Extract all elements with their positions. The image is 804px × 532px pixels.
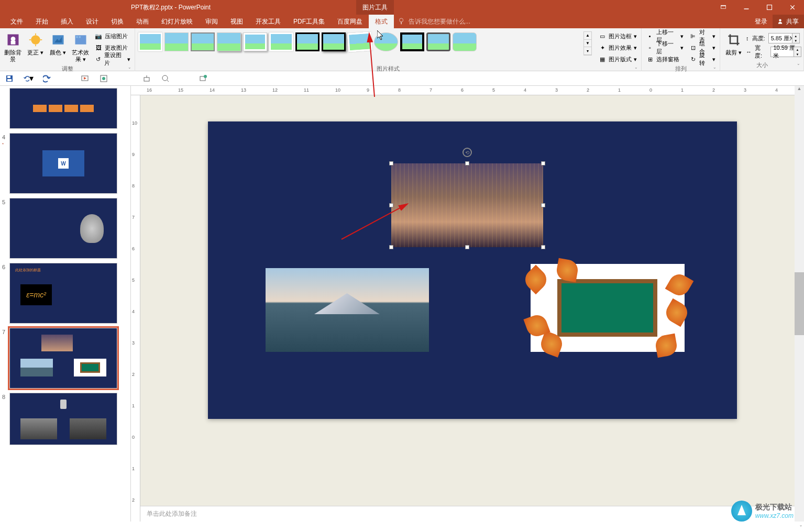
- rotate-button[interactable]: ↻旋转 ▾: [687, 53, 718, 65]
- crop-button[interactable]: 裁剪 ▾: [722, 29, 745, 56]
- color-button[interactable]: 颜色 ▾: [47, 29, 69, 56]
- slide-thumbnail-6[interactable]: 此处添加的标题 ε=mc²: [9, 263, 117, 324]
- save-button[interactable]: [4, 73, 15, 84]
- redo-button[interactable]: [42, 73, 52, 84]
- scroll-thumb[interactable]: [795, 272, 804, 335]
- tab-developer[interactable]: 开发工具: [249, 15, 287, 28]
- resize-handle-s[interactable]: [465, 245, 469, 249]
- gallery-scroll-down[interactable]: ▼: [584, 40, 591, 48]
- qat-button-3[interactable]: [160, 73, 171, 84]
- picture-effects-button[interactable]: ✦图片效果 ▾: [596, 42, 639, 53]
- picture-styles-gallery[interactable]: [137, 29, 582, 52]
- resize-handle-nw[interactable]: [389, 161, 393, 165]
- picture-style-item[interactable]: [374, 32, 398, 51]
- picture-style-item[interactable]: [164, 32, 189, 51]
- share-button[interactable]: 共享: [773, 15, 804, 28]
- maximize-button[interactable]: [758, 0, 781, 15]
- height-label: 高度:: [752, 35, 765, 42]
- image-chalkboard-leaves[interactable]: [531, 264, 685, 352]
- collapse-ribbon-button[interactable]: ˇ: [800, 525, 802, 531]
- tab-slideshow[interactable]: 幻灯片放映: [155, 15, 199, 28]
- resize-handle-se[interactable]: [541, 245, 545, 249]
- picture-style-item[interactable]: [453, 32, 477, 51]
- group-label-adjust: 调整: [2, 65, 133, 74]
- reset-picture-button[interactable]: ↺重设图片 ▾: [92, 53, 133, 65]
- slide-thumbnail-5[interactable]: [9, 198, 117, 259]
- picture-style-item[interactable]: [400, 32, 424, 51]
- resize-handle-ne[interactable]: [541, 161, 545, 165]
- picture-style-item[interactable]: [191, 32, 215, 51]
- width-down[interactable]: ▼: [794, 52, 801, 57]
- watermark-cn: 极光下载站: [755, 503, 794, 512]
- slide-thumbnail-8[interactable]: [9, 393, 117, 445]
- tab-baidu-netdisk[interactable]: 百度网盘: [331, 15, 369, 28]
- tab-insert[interactable]: 插入: [54, 15, 80, 28]
- corrections-button[interactable]: 更正 ▾: [25, 29, 46, 56]
- picture-style-item[interactable]: [269, 32, 293, 51]
- undo-button[interactable]: ▾: [23, 73, 34, 84]
- height-up[interactable]: ▲: [792, 34, 799, 38]
- gallery-more[interactable]: ▾: [584, 47, 591, 55]
- rotate-handle[interactable]: ⟲: [462, 148, 472, 157]
- height-down[interactable]: ▼: [792, 38, 799, 43]
- start-from-beginning-button[interactable]: [80, 73, 90, 84]
- selection-pane-button[interactable]: ⊞选择窗格: [644, 53, 686, 65]
- minimize-button[interactable]: [735, 0, 758, 15]
- picture-style-item[interactable]: [322, 32, 346, 51]
- image-city-night[interactable]: ⟲: [391, 163, 543, 247]
- ribbon: 删除背景 更正 ▾ 颜色 ▾ 艺术效果 ▾ 📷压缩图片 🖼更改图片 ↺重设图片 …: [0, 28, 804, 71]
- picture-style-item[interactable]: [347, 31, 372, 52]
- picture-layout-button[interactable]: ▦图片版式 ▾: [596, 53, 639, 65]
- picture-border-button[interactable]: ▭图片边框 ▾: [596, 30, 639, 42]
- slide-canvas[interactable]: ⟲: [208, 121, 737, 419]
- tab-transitions[interactable]: 切换: [105, 15, 130, 28]
- image-mountain[interactable]: [266, 268, 429, 352]
- tab-pdf-tools[interactable]: PDF工具集: [287, 15, 331, 28]
- tab-format[interactable]: 格式: [369, 15, 394, 28]
- gallery-scroll-up[interactable]: ▲: [584, 32, 591, 40]
- tab-file[interactable]: 文件: [4, 15, 29, 28]
- qat-button[interactable]: [98, 73, 109, 84]
- slide-thumbnail-4[interactable]: W: [9, 133, 117, 194]
- slide-editor: 1615141312111098765432101234567891011121…: [131, 86, 804, 522]
- svg-point-8: [779, 19, 781, 22]
- width-up[interactable]: ▲: [794, 47, 801, 52]
- notes-pane[interactable]: 单击此处添加备注: [140, 506, 804, 522]
- login-button[interactable]: 登录: [750, 17, 773, 26]
- qat-button-4[interactable]: [198, 73, 208, 84]
- svg-rect-3: [767, 5, 772, 10]
- picture-style-item[interactable]: [426, 32, 450, 51]
- ribbon-options-button[interactable]: [712, 0, 735, 15]
- vertical-scrollbar[interactable]: ▲: [795, 86, 804, 522]
- resize-handle-w[interactable]: [389, 203, 393, 207]
- artistic-effects-button[interactable]: 艺术效果 ▾: [70, 29, 91, 63]
- slide-thumbnail-3-partial[interactable]: [9, 88, 117, 129]
- scroll-up-button[interactable]: ▲: [795, 86, 804, 94]
- resize-handle-n[interactable]: [465, 161, 469, 165]
- picture-style-item[interactable]: [295, 32, 320, 51]
- close-button[interactable]: [781, 0, 804, 15]
- svg-point-34: [204, 75, 207, 78]
- remove-background-button[interactable]: 删除背景: [2, 29, 24, 63]
- picture-style-item[interactable]: [138, 32, 162, 51]
- vertical-ruler[interactable]: 10987654321012345678910: [131, 95, 140, 522]
- picture-style-item[interactable]: [243, 32, 267, 51]
- tab-animations[interactable]: 动画: [130, 15, 155, 28]
- picture-style-item[interactable]: [217, 32, 241, 51]
- tell-me-search[interactable]: 告诉我您想要做什么...: [394, 17, 470, 26]
- resize-handle-sw[interactable]: [389, 245, 393, 249]
- height-input[interactable]: 5.85 厘米 ▲▼: [768, 33, 800, 43]
- slide-thumbnail-7[interactable]: [9, 328, 117, 389]
- slide-thumbnail-panel[interactable]: 4* W 5 6 此处添加的标题 ε=mc² 7: [0, 86, 131, 522]
- tab-home[interactable]: 开始: [29, 15, 54, 28]
- resize-handle-e[interactable]: [541, 203, 545, 207]
- svg-rect-7: [401, 22, 402, 24]
- qat-button-2[interactable]: [141, 73, 152, 84]
- compress-pictures-button[interactable]: 📷压缩图片: [92, 30, 133, 42]
- width-input[interactable]: 10.59 厘米 ▲▼: [770, 47, 801, 57]
- tab-view[interactable]: 视图: [224, 15, 249, 28]
- horizontal-ruler[interactable]: 1615141312111098765432101234567891011121…: [131, 86, 804, 95]
- send-backward-button[interactable]: ▫下移一层 ▾: [644, 42, 686, 53]
- tab-review[interactable]: 审阅: [199, 15, 224, 28]
- tab-design[interactable]: 设计: [80, 15, 105, 28]
